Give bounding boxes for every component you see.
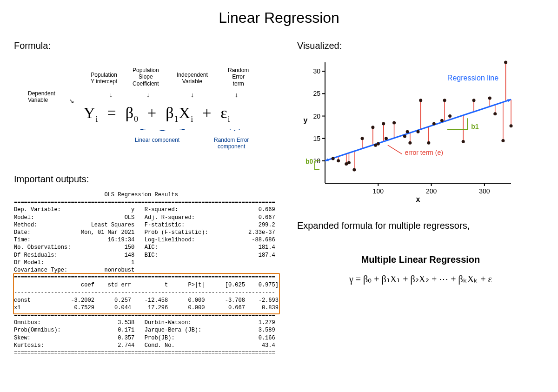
svg-text:b1: b1: [471, 123, 479, 130]
svg-point-57: [360, 137, 364, 140]
svg-point-60: [377, 142, 380, 146]
svg-point-79: [504, 61, 507, 64]
expanded-caption: Expanded formula for multiple regressors…: [297, 220, 544, 231]
formula-label: Formula:: [14, 40, 279, 51]
svg-point-74: [462, 140, 465, 143]
svg-point-78: [501, 139, 505, 142]
svg-point-52: [332, 157, 335, 160]
svg-text:100: 100: [373, 187, 384, 195]
regression-chart: 1015202530100200300xyRegression lineerro…: [297, 58, 520, 202]
svg-text:200: 200: [426, 187, 437, 195]
svg-point-55: [347, 161, 351, 164]
svg-point-77: [493, 112, 497, 115]
svg-point-65: [406, 130, 409, 133]
label-linear-component: Linear component: [135, 137, 179, 143]
label-dependent: Dependent Variable: [28, 90, 55, 104]
svg-point-61: [382, 122, 385, 125]
outputs-label: Important outputs:: [14, 174, 279, 185]
mlr-title: Multiple Linear Regression: [297, 254, 544, 265]
svg-line-83: [388, 145, 402, 154]
svg-point-56: [352, 168, 356, 172]
svg-text:15: 15: [313, 135, 320, 142]
svg-point-67: [416, 130, 419, 133]
label-intercept: Population Y intercept: [91, 72, 117, 85]
visualized-label: Visualized:: [297, 40, 544, 51]
svg-point-73: [448, 114, 452, 118]
svg-point-80: [509, 124, 512, 127]
page-title: Linear Regression: [14, 9, 544, 27]
ols-results: OLS Regression Results =================…: [14, 191, 279, 357]
svg-point-75: [472, 99, 475, 102]
svg-text:20: 20: [313, 113, 320, 120]
label-independent: Independent Variable: [177, 72, 208, 85]
svg-point-76: [488, 97, 492, 100]
svg-point-63: [392, 121, 396, 125]
svg-point-58: [371, 126, 374, 129]
svg-point-64: [403, 134, 406, 138]
svg-text:b0: b0: [306, 158, 313, 165]
svg-point-70: [432, 122, 436, 125]
svg-point-53: [337, 159, 340, 162]
mlr-equation: γ = β₀ + β₁X₁ + β₂X₂ + ⋯ + βₖXₖ + ε: [297, 273, 544, 285]
svg-point-71: [440, 119, 444, 122]
svg-text:Regression line: Regression line: [447, 74, 498, 82]
label-error: Random Error term: [228, 67, 249, 87]
svg-point-66: [408, 141, 412, 145]
svg-marker-51: [325, 159, 329, 161]
formula-diagram: Dependent Variable Population Y intercep…: [14, 58, 279, 165]
svg-text:x: x: [416, 195, 420, 202]
svg-point-68: [419, 99, 422, 102]
formula-equation: Yi = β0 + β1Xi + εi: [84, 104, 231, 124]
svg-text:y: y: [303, 116, 307, 124]
svg-point-72: [443, 99, 446, 102]
label-random-component: Random Error component: [214, 137, 249, 150]
svg-text:25: 25: [313, 90, 320, 97]
svg-point-69: [427, 141, 430, 145]
svg-text:30: 30: [313, 67, 320, 75]
svg-point-62: [385, 137, 388, 140]
label-slope: Population Slope Coefficient: [133, 67, 159, 87]
svg-text:300: 300: [479, 187, 490, 195]
svg-marker-50: [507, 99, 511, 102]
svg-text:error term (e): error term (e): [405, 149, 443, 156]
